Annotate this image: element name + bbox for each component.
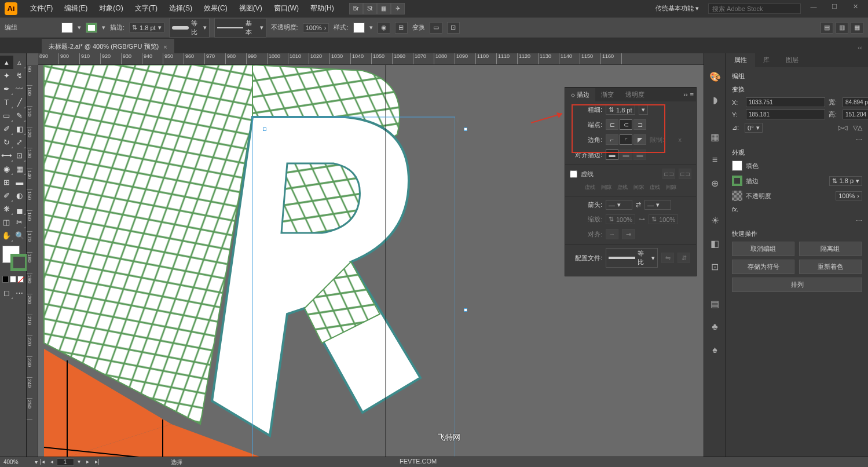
stroke-swatch[interactable] [86,23,97,33]
menu-view[interactable]: 视图(V) [233,3,268,13]
cap-round-button[interactable]: ⊂ [620,119,632,130]
asset-export-panel-icon[interactable]: ♠ [708,343,722,357]
symbols-panel-icon[interactable]: ⊕ [708,176,722,190]
minimize-icon[interactable]: — [805,3,822,14]
selection-tool[interactable]: ▴ [0,56,13,69]
close-icon[interactable]: ✕ [847,3,863,14]
w-input[interactable] [843,97,868,107]
menu-window[interactable]: 窗口(W) [268,3,305,13]
maximize-icon[interactable]: ☐ [826,3,843,14]
paintbrush-tool[interactable]: ✎ [13,109,27,122]
fill-stroke-indicator[interactable] [0,242,26,275]
magic-wand-tool[interactable]: ✦ [0,69,13,82]
document-tab[interactable]: 未标题-2.ai* @ 400% (RGB/GPU 预览) × [42,39,174,53]
screen-mode-icon[interactable]: ◻ [0,286,13,300]
graphic-styles-panel-icon[interactable]: ♣ [708,320,722,334]
pen-tool[interactable]: ✒ [0,82,13,96]
dash-align-icon[interactable]: ⊏⊐ [679,169,691,179]
selection-handle[interactable] [464,308,467,312]
tab-transparency[interactable]: 透明度 [620,88,650,101]
stroke-color-box[interactable] [10,254,28,271]
graph-tool[interactable]: ▄ [13,202,27,216]
gradient-tool[interactable]: ▬ [13,176,27,189]
artboard-number[interactable]: 1 [57,458,74,466]
prev-artboard-icon[interactable]: ◂ [48,458,56,466]
opacity-swatch[interactable] [732,191,742,201]
blend-tool[interactable]: ◐ [13,189,27,202]
ungroup-button[interactable]: 取消编组 [732,242,794,256]
arrow-align-1[interactable]: → [606,229,618,239]
angle-input[interactable]: 0°▾ [745,123,763,133]
type-tool[interactable]: T [0,96,13,109]
curvature-tool[interactable]: 〰 [13,82,27,96]
arrow-scale-start[interactable]: ⇅100% [606,214,635,224]
line-tool[interactable]: ╱ [13,96,27,109]
isolate-icon[interactable]: ⊡ [447,22,460,34]
panel-toggle-2-icon[interactable]: ▥ [836,22,848,34]
gradient-panel-icon[interactable]: ◧ [708,236,722,250]
menu-object[interactable]: 对象(O) [93,3,129,13]
collapse-panels-icon[interactable]: ‹‹ [854,42,866,53]
stroke-dropdown-icon[interactable]: ▾ [102,24,105,31]
width-tool[interactable]: ⟷ [0,149,13,162]
menu-file[interactable]: 文件(F) [24,3,58,13]
direct-selection-tool[interactable]: ▵ [13,56,27,69]
color-mode-icon[interactable] [2,276,9,283]
fx-label[interactable]: fx. [732,206,739,213]
style-swatch[interactable] [353,23,365,33]
next-artboard-icon[interactable]: ▸ [84,458,91,466]
corner-round-button[interactable]: ◜ [620,134,632,145]
selection-handle[interactable] [263,127,266,131]
fill-swatch-props[interactable] [732,160,742,171]
collapse-panel-icon[interactable]: ›› [683,91,687,98]
panel-menu-icon[interactable]: ≡ [690,91,694,98]
selection-handle[interactable] [464,127,467,131]
perspective-tool[interactable]: ▦ [13,162,27,176]
fill-swatch[interactable] [61,23,73,33]
none-mode-icon[interactable] [17,276,24,283]
appearance-panel-icon[interactable]: ▤ [708,297,722,311]
swatches-panel-icon[interactable]: ▦ [708,130,722,144]
x-input[interactable] [746,97,825,107]
rectangle-tool[interactable]: ▭ [0,109,13,122]
recolor-button[interactable]: 重新着色 [799,260,862,274]
panel-toggle-1-icon[interactable]: ▤ [821,22,833,34]
scale-tool[interactable]: ⤢ [13,136,27,149]
brushes-panel-icon[interactable]: ≡ [708,153,722,167]
mesh-tool[interactable]: ⊞ [0,176,13,189]
gradient-mode-icon[interactable] [10,276,16,283]
menu-type[interactable]: 文字(T) [129,3,163,13]
transform-link[interactable]: 变换 [412,23,425,32]
arrange-button[interactable]: 排列 [732,278,862,292]
isolate-button[interactable]: 隔离组 [799,242,862,256]
flip-along-icon[interactable]: ⇋ [661,253,674,263]
arrow-align-2[interactable]: ⇥ [622,229,635,239]
bridge-icon[interactable]: Br [349,3,363,14]
tab-layers[interactable]: 图层 [778,53,807,67]
flip-across-icon[interactable]: ⇵ [677,253,690,263]
shaper-tool[interactable]: ✐ [0,122,13,136]
slice-tool[interactable]: ✂ [13,216,27,229]
swap-arrows-icon[interactable]: ⇄ [636,201,641,209]
link-scales-icon[interactable]: ⊶ [639,216,645,223]
last-artboard-icon[interactable]: ▸| [93,458,102,466]
stroke-weight-input[interactable]: ⇅1.8 pt▾ [129,23,164,32]
tab-gradient[interactable]: 渐变 [595,88,620,101]
zoom-tool[interactable]: 🔍 [13,229,27,242]
menu-help[interactable]: 帮助(H) [305,3,340,13]
dash-preserve-icon[interactable]: ⊏⊐ [662,169,675,179]
arrow-scale-end[interactable]: ⇅100% [649,214,678,224]
free-transform-tool[interactable]: ⊡ [13,149,27,162]
arrow-start-dropdown[interactable]: —▾ [606,200,632,210]
tab-libraries[interactable]: 库 [755,53,778,67]
eyedropper-tool[interactable]: ✐ [0,189,13,202]
panel-toggle-3-icon[interactable]: ▦ [851,22,863,34]
more-options-icon[interactable]: ⋯ [856,136,862,143]
menu-select[interactable]: 选择(S) [163,3,198,13]
search-input[interactable] [708,3,801,14]
tab-stroke[interactable]: ◇ 描边 [565,88,595,101]
fill-dropdown-icon[interactable]: ▾ [78,24,81,31]
menu-edit[interactable]: 编辑(E) [58,3,93,13]
flip-v-icon[interactable]: ▽△ [853,124,862,132]
rotate-tool[interactable]: ↻ [0,136,13,149]
